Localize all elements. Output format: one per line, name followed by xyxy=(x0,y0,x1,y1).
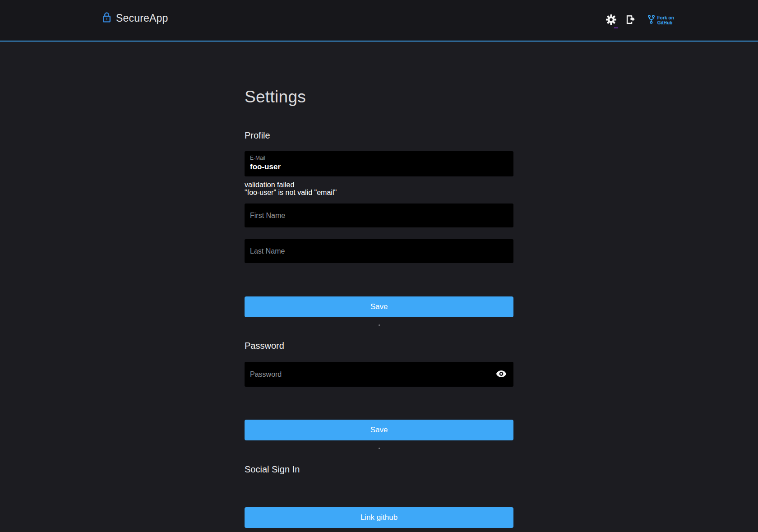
email-input[interactable] xyxy=(250,161,508,171)
toggle-password-visibility-button[interactable] xyxy=(495,369,508,380)
settings-button[interactable] xyxy=(605,13,618,28)
logout-button[interactable] xyxy=(624,13,637,28)
validation-line1: validation failed xyxy=(245,181,513,189)
profile-section-heading: Profile xyxy=(245,130,513,141)
password-field-wrapper xyxy=(245,362,513,387)
fork-on-github-link[interactable]: Fork on GitHub xyxy=(648,15,674,26)
git-fork-icon xyxy=(648,15,655,26)
link-github-button[interactable]: Link github xyxy=(245,507,513,528)
app-header: SecureApp xyxy=(0,0,758,42)
save-profile-button[interactable]: Save xyxy=(245,296,513,317)
brand: SecureApp xyxy=(102,12,168,25)
page-title: Settings xyxy=(245,87,513,106)
social-section-heading: Social Sign In xyxy=(245,464,513,475)
lock-icon xyxy=(102,12,111,25)
password-section-heading: Password xyxy=(245,341,513,351)
password-input[interactable] xyxy=(245,362,495,387)
validation-line2: "foo-user" is not valid "email" xyxy=(245,189,513,196)
fork-link-line1: Fork on xyxy=(657,15,674,20)
last-name-input[interactable] xyxy=(245,239,513,263)
email-field-wrapper: E-Mail xyxy=(245,151,513,176)
email-field-label: E-Mail xyxy=(250,155,508,161)
settings-page: Settings Profile E-Mail validation faile… xyxy=(245,87,513,528)
fork-link-line2: GitHub xyxy=(657,20,673,25)
gear-underline-indicator xyxy=(614,27,618,28)
show-password-icon xyxy=(496,370,507,379)
save-password-button[interactable]: Save xyxy=(245,420,513,440)
logout-icon xyxy=(625,14,635,26)
app-title: SecureApp xyxy=(116,12,168,24)
settings-gear-icon xyxy=(606,14,616,26)
divider-dot xyxy=(379,324,380,326)
header-actions: Fork on GitHub xyxy=(605,0,674,41)
fork-link-label: Fork on GitHub xyxy=(657,15,674,25)
first-name-input[interactable] xyxy=(245,204,513,227)
divider-dot xyxy=(379,448,380,449)
email-validation-error: validation failed "foo-user" is not vali… xyxy=(245,181,513,196)
